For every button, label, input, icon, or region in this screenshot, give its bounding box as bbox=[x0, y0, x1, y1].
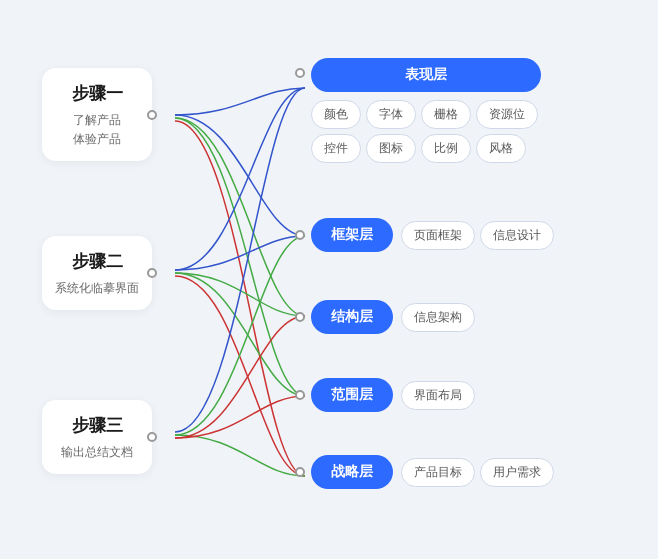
tag-layout: 界面布局 bbox=[401, 381, 475, 410]
tag-pageframe: 页面框架 bbox=[401, 221, 475, 250]
layer5-tags: 产品目标 用户需求 bbox=[401, 458, 554, 487]
step3-desc: 输出总结文档 bbox=[52, 443, 142, 462]
step2-dot bbox=[147, 268, 157, 278]
tag-font: 字体 bbox=[366, 100, 416, 129]
tag-grid: 栅格 bbox=[421, 100, 471, 129]
tag-resource: 资源位 bbox=[476, 100, 538, 129]
layer5-btn[interactable]: 战略层 bbox=[311, 455, 393, 489]
layer5-dot bbox=[295, 467, 305, 477]
layer4-dot bbox=[295, 390, 305, 400]
tag-style: 风格 bbox=[476, 134, 526, 163]
tag-scale: 比例 bbox=[421, 134, 471, 163]
step3-title: 步骤三 bbox=[52, 414, 142, 437]
layer1-dot bbox=[295, 68, 305, 78]
step1-desc: 了解产品体验产品 bbox=[52, 111, 142, 149]
step3-dot bbox=[147, 432, 157, 442]
layer3-row: 结构层 信息架构 bbox=[295, 300, 475, 334]
layer4-row: 范围层 界面布局 bbox=[295, 378, 475, 412]
step2-content: 步骤二 系统化临摹界面 bbox=[42, 236, 152, 310]
step1-dot bbox=[147, 110, 157, 120]
tag-infoarch: 信息架构 bbox=[401, 303, 475, 332]
step1-title: 步骤一 bbox=[52, 82, 142, 105]
layer3-dot bbox=[295, 312, 305, 322]
layer1-tags: 颜色 字体 栅格 资源位 控件 图标 比例 风格 bbox=[311, 100, 541, 163]
layer1-btn[interactable]: 表现层 bbox=[311, 58, 541, 92]
main-container: 步骤一 了解产品体验产品 步骤二 系统化临摹界面 步骤三 输出总结文档 表现层 … bbox=[0, 0, 658, 559]
layer5-row: 战略层 产品目标 用户需求 bbox=[295, 455, 554, 489]
layer4-btn[interactable]: 范围层 bbox=[311, 378, 393, 412]
layer2-dot bbox=[295, 230, 305, 240]
step3-card: 步骤三 输出总结文档 bbox=[42, 400, 152, 474]
step2-title: 步骤二 bbox=[52, 250, 142, 273]
tag-icon: 图标 bbox=[366, 134, 416, 163]
layer2-btn[interactable]: 框架层 bbox=[311, 218, 393, 252]
layer2-row: 框架层 页面框架 信息设计 bbox=[295, 218, 554, 252]
layer3-tags: 信息架构 bbox=[401, 303, 475, 332]
tag-color: 颜色 bbox=[311, 100, 361, 129]
tag-infodesign: 信息设计 bbox=[480, 221, 554, 250]
step1-content: 步骤一 了解产品体验产品 bbox=[42, 68, 152, 161]
tag-control: 控件 bbox=[311, 134, 361, 163]
layer1-row: 表现层 颜色 字体 栅格 资源位 控件 图标 比例 风格 bbox=[295, 58, 541, 163]
layer4-tags: 界面布局 bbox=[401, 381, 475, 410]
tag-userrequire: 用户需求 bbox=[480, 458, 554, 487]
step2-card: 步骤二 系统化临摹界面 bbox=[42, 236, 152, 310]
step3-content: 步骤三 输出总结文档 bbox=[42, 400, 152, 474]
tag-productgoal: 产品目标 bbox=[401, 458, 475, 487]
layer2-tags: 页面框架 信息设计 bbox=[401, 221, 554, 250]
step2-desc: 系统化临摹界面 bbox=[52, 279, 142, 298]
step1-card: 步骤一 了解产品体验产品 bbox=[42, 68, 152, 161]
layer3-btn[interactable]: 结构层 bbox=[311, 300, 393, 334]
